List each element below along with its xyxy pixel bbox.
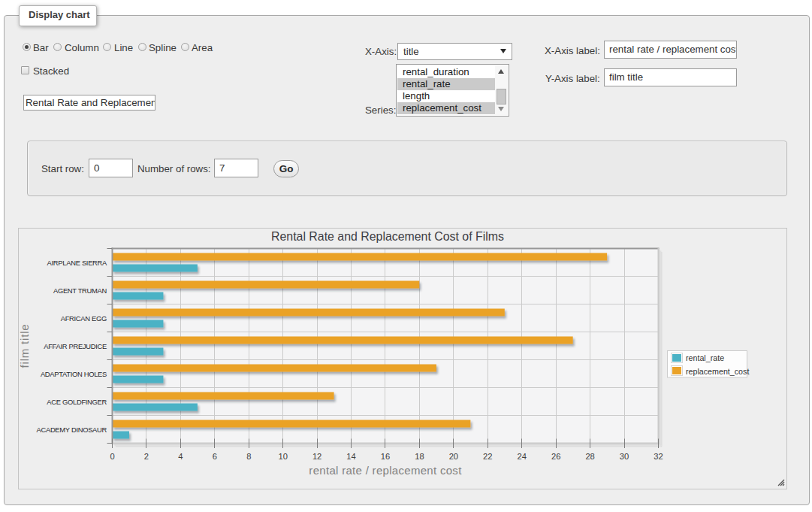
svg-text:rental_rate: rental_rate bbox=[686, 353, 724, 362]
svg-text:14: 14 bbox=[346, 452, 355, 461]
svg-text:Rental Rate and Replacement Co: Rental Rate and Replacement Cost of Film… bbox=[271, 230, 504, 243]
svg-text:20: 20 bbox=[449, 452, 458, 461]
svg-text:16: 16 bbox=[381, 452, 390, 461]
svg-text:10: 10 bbox=[278, 452, 287, 461]
svg-text:AFFAIR PREJUDICE: AFFAIR PREJUDICE bbox=[44, 342, 107, 350]
svg-text:0: 0 bbox=[110, 452, 114, 461]
svg-text:8: 8 bbox=[246, 452, 251, 461]
svg-text:ADAPTATION HOLES: ADAPTATION HOLES bbox=[41, 370, 107, 378]
svg-text:28: 28 bbox=[585, 452, 594, 461]
svg-text:4: 4 bbox=[178, 452, 183, 461]
svg-text:18: 18 bbox=[415, 452, 424, 461]
svg-text:ACE GOLDFINGER: ACE GOLDFINGER bbox=[47, 398, 107, 406]
svg-text:12: 12 bbox=[312, 452, 321, 461]
svg-text:22: 22 bbox=[483, 452, 492, 461]
svg-text:replacement_cost: replacement_cost bbox=[686, 367, 749, 376]
svg-text:30: 30 bbox=[620, 452, 629, 461]
svg-text:AFRICAN EGG: AFRICAN EGG bbox=[61, 314, 107, 323]
svg-text:26: 26 bbox=[551, 452, 560, 461]
svg-text:film title: film title bbox=[18, 324, 31, 368]
svg-text:ACADEMY DINOSAUR: ACADEMY DINOSAUR bbox=[37, 426, 107, 434]
svg-text:AIRPLANE SIERRA: AIRPLANE SIERRA bbox=[47, 259, 107, 267]
svg-text:32: 32 bbox=[654, 452, 663, 461]
svg-text:rental rate / replacement cost: rental rate / replacement cost bbox=[309, 464, 462, 477]
svg-text:6: 6 bbox=[213, 452, 217, 461]
svg-text:AGENT TRUMAN: AGENT TRUMAN bbox=[53, 286, 107, 295]
svg-text:24: 24 bbox=[518, 452, 527, 461]
svg-text:2: 2 bbox=[144, 452, 149, 461]
